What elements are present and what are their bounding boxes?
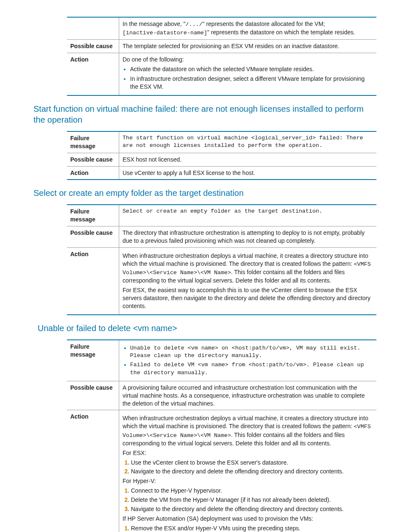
table-empty-folder: Failure message Select or create an empt…	[67, 204, 376, 315]
list-item: Use the vCenter client to browse the ESX…	[131, 459, 373, 467]
code: /.../	[186, 21, 203, 28]
list-item: Delete the VM from the Hyper-V Manager (…	[131, 496, 373, 504]
table-row: Possible cause ESX host not licensed.	[67, 153, 376, 166]
text: In the message above, "	[123, 21, 186, 27]
row-content: Select or create an empty folder as the …	[119, 205, 377, 226]
row-content: Do one of the following: Activate the da…	[119, 53, 377, 95]
table-row: Action Do one of the following: Activate…	[67, 53, 376, 95]
section-heading-unable-delete: Unable or failed to delete <vm name>	[38, 323, 376, 334]
bullet-list: Activate the datastore on which the sele…	[123, 65, 373, 91]
list-item: Unable to delete <vm name> on <host:path…	[130, 344, 373, 360]
row-label: Possible cause	[67, 40, 119, 53]
list-item: Navigate to the directory and delete the…	[131, 505, 373, 513]
row-label: Failure message	[67, 131, 119, 153]
table-row: Failure message Unable to delete <vm nam…	[67, 340, 376, 381]
row-label: Possible cause	[67, 226, 119, 248]
ordered-list: Use the vCenter client to browse the ESX…	[123, 459, 373, 476]
text: " represents the datastore allocated for…	[202, 21, 325, 27]
row-label: Failure message	[67, 340, 119, 381]
row-label: Action	[67, 166, 119, 180]
table-row: Possible cause A provisioning failure oc…	[67, 381, 376, 410]
ordered-list: Connect to the Hyper-V hypervisor. Delet…	[123, 487, 373, 513]
table-datastore: In the message above, "/.../" represents…	[67, 17, 376, 96]
table-row: Action When infrastructure orchestration…	[67, 410, 376, 532]
text: When infrastructure orchestration deploy…	[123, 252, 368, 267]
text: When infrastructure orchestration deploy…	[123, 415, 368, 429]
list-item: Activate the datastore on which the sele…	[130, 65, 373, 73]
table-row: Action When infrastructure orchestration…	[67, 248, 376, 315]
list-item: Remove the ESX and/or Hyper-V VMs using …	[131, 524, 373, 532]
table-start-function: Failure message The start function on vi…	[67, 131, 376, 180]
row-label: Action	[67, 410, 119, 532]
text: " represents the datastore on which the …	[207, 29, 356, 36]
row-content: A provisioning failure occurred and infr…	[119, 381, 377, 410]
row-content: The template selected for provisioning a…	[119, 40, 377, 53]
list-item: Failed to delete VM <vm name> from <host…	[130, 361, 373, 376]
row-label	[67, 17, 119, 40]
text: For Hyper-V:	[123, 477, 373, 485]
row-content: Unable to delete <vm name> on <host:path…	[119, 340, 377, 381]
row-label: Action	[67, 248, 119, 315]
bullet-list: Unable to delete <vm name> on <host:path…	[123, 344, 373, 377]
section-heading-start-function: Start function on virtual machine failed…	[33, 103, 376, 125]
text: For ESX, the easiest way to accomplish t…	[123, 286, 373, 310]
table-row: In the message above, "/.../" represents…	[67, 17, 376, 40]
row-label: Possible cause	[67, 381, 119, 410]
list-item: Connect to the Hyper-V hypervisor.	[131, 487, 373, 495]
section-heading-empty-folder: Select or create an empty folder as the …	[33, 188, 376, 198]
list-item: In infrastructure orchestration designer…	[130, 75, 373, 91]
text: If HP Server Automation (SA) deployment …	[123, 515, 373, 523]
row-content: The start function on virtual machine <l…	[119, 131, 377, 153]
table-row: Failure message The start function on vi…	[67, 131, 376, 153]
row-content: The directory that infrastructure orches…	[119, 226, 377, 248]
row-content: In the message above, "/.../" represents…	[119, 17, 377, 40]
code: [inactive-datastore-name]	[123, 30, 207, 36]
ordered-list: Remove the ESX and/or Hyper-V VMs using …	[123, 524, 373, 532]
row-content: ESX host not licensed.	[119, 153, 377, 166]
text: For ESX:	[123, 449, 373, 457]
row-content: When infrastructure orchestration deploy…	[119, 410, 377, 532]
row-label: Action	[67, 53, 119, 95]
row-label: Possible cause	[67, 153, 119, 166]
table-row: Action Use vCenter to apply a full ESX l…	[67, 166, 376, 180]
text: Do one of the following:	[123, 56, 184, 63]
table-row: Possible cause The template selected for…	[67, 40, 376, 53]
row-label: Failure message	[67, 205, 119, 226]
table-unable-delete: Failure message Unable to delete <vm nam…	[67, 339, 376, 532]
table-row: Possible cause The directory that infras…	[67, 226, 376, 248]
list-item: Navigate to the directory and delete the…	[131, 468, 373, 475]
row-content: When infrastructure orchestration deploy…	[119, 248, 377, 315]
row-content: Use vCenter to apply a full ESX license …	[119, 166, 377, 180]
table-row: Failure message Select or create an empt…	[67, 205, 376, 226]
